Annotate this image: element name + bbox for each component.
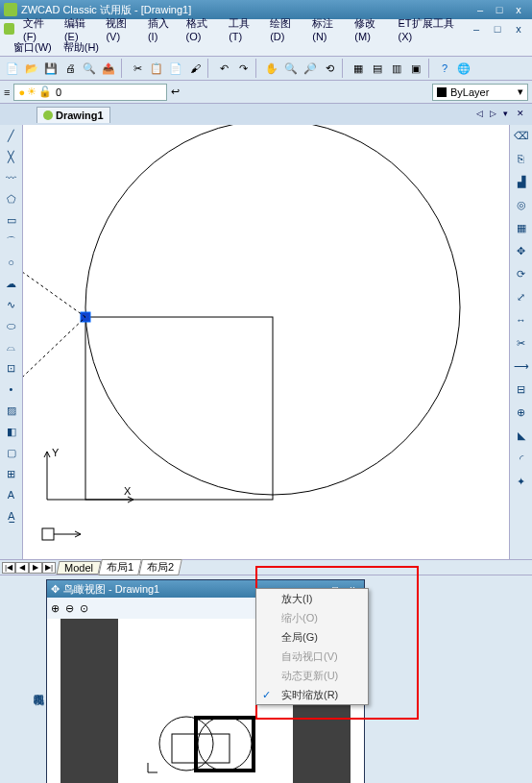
trim-icon[interactable]: ✂: [513, 334, 530, 352]
mirror-icon[interactable]: ▟: [513, 173, 530, 190]
chamfer-icon[interactable]: ◣: [513, 427, 530, 444]
zoom-win-icon[interactable]: 🔎: [302, 60, 319, 77]
undo-icon[interactable]: ↶: [215, 60, 232, 77]
tab-close-icon[interactable]: ✕: [517, 109, 528, 120]
paste-icon[interactable]: 📄: [167, 60, 184, 77]
move-icon[interactable]: ✥: [513, 242, 530, 259]
close-button[interactable]: x: [509, 3, 528, 16]
aerial-zoomout-icon[interactable]: ⊖: [65, 602, 74, 615]
redo-icon[interactable]: ↷: [234, 60, 252, 77]
spline-icon[interactable]: ∿: [3, 296, 20, 313]
sheet-first-icon[interactable]: |◀: [2, 562, 15, 574]
menu-window[interactable]: 窗口(W): [8, 38, 58, 57]
tab-prev-icon[interactable]: ◁: [476, 109, 488, 120]
print-icon[interactable]: 🖨: [61, 60, 79, 77]
match-icon[interactable]: 🖌: [186, 60, 204, 77]
aerial-zoomin-icon[interactable]: ⊕: [51, 602, 60, 615]
maximize-button[interactable]: □: [490, 3, 509, 16]
preview-icon[interactable]: 🔍: [81, 60, 98, 77]
circle-icon[interactable]: ○: [3, 254, 20, 271]
menu-format[interactable]: 格式(O): [181, 14, 225, 44]
aerial-global-icon[interactable]: ⊙: [80, 602, 88, 615]
doc-tab[interactable]: Drawing1: [36, 107, 110, 123]
ctx-rtzoom[interactable]: ✓实时缩放(R): [256, 685, 368, 704]
props-icon[interactable]: ▦: [350, 60, 367, 77]
gradient-icon[interactable]: ◧: [3, 423, 20, 440]
mdi-min-button[interactable]: –: [467, 22, 486, 36]
ctx-global[interactable]: 全局(G): [256, 627, 368, 647]
new-icon[interactable]: 📄: [4, 60, 21, 77]
open-icon[interactable]: 📂: [23, 60, 40, 77]
rotate-icon[interactable]: ⟳: [513, 265, 530, 282]
minimize-button[interactable]: –: [471, 3, 490, 16]
polygon-icon[interactable]: ⬠: [3, 190, 20, 208]
text-icon[interactable]: A̲: [3, 507, 20, 525]
copy-icon[interactable]: 📋: [148, 60, 165, 77]
xline-icon[interactable]: ╳: [3, 148, 20, 165]
mtext-icon[interactable]: A: [3, 486, 20, 503]
publish-icon[interactable]: 📤: [100, 60, 117, 77]
fillet-icon[interactable]: ◜: [513, 450, 530, 467]
menu-view[interactable]: 视图(V): [101, 14, 143, 44]
menu-draw[interactable]: 绘图(D): [265, 14, 307, 44]
tp-icon[interactable]: ▥: [388, 60, 405, 77]
menu-insert[interactable]: 插入(I): [143, 14, 181, 44]
dc-icon[interactable]: ▤: [369, 60, 386, 77]
menu-et[interactable]: ET扩展工具(X): [394, 14, 467, 44]
save-icon[interactable]: 💾: [42, 60, 60, 77]
block-icon[interactable]: ⊡: [3, 359, 20, 377]
point-icon[interactable]: •: [3, 380, 20, 398]
extend-icon[interactable]: ⟶: [513, 357, 530, 375]
globe-icon[interactable]: 🌐: [455, 60, 472, 77]
tab-list-icon[interactable]: ▾: [503, 109, 515, 120]
arc-icon[interactable]: ⌒: [3, 232, 20, 250]
offset-icon[interactable]: ◎: [513, 196, 530, 213]
sheet-next-icon[interactable]: ▶: [29, 562, 42, 574]
menu-dim[interactable]: 标注(N): [307, 14, 350, 44]
ctx-autoview[interactable]: 自动视口(V): [256, 647, 368, 666]
ellipse-arc-icon[interactable]: ⌓: [3, 338, 20, 355]
layer-prev-icon[interactable]: ↩: [171, 86, 180, 98]
region-icon[interactable]: ▢: [3, 444, 20, 461]
ellipse-icon[interactable]: ⬭: [3, 317, 20, 334]
stretch-icon[interactable]: ↔: [513, 311, 530, 329]
mdi-close-button[interactable]: x: [509, 22, 528, 36]
explode-icon[interactable]: ✦: [513, 473, 530, 490]
tab-layout1[interactable]: 布局1: [98, 559, 142, 575]
tab-next-icon[interactable]: ▷: [490, 109, 501, 120]
ctx-zoomin[interactable]: 放大(I): [256, 589, 368, 608]
color-dropdown[interactable]: ByLayer ▾: [432, 84, 528, 101]
pan-icon[interactable]: ✋: [263, 60, 280, 77]
layer-icon[interactable]: ≡: [4, 86, 10, 98]
zoom-prev-icon[interactable]: ⟲: [321, 60, 338, 77]
line-icon[interactable]: ╱: [3, 127, 20, 144]
drawing-canvas[interactable]: Y X: [23, 125, 509, 559]
rect-icon[interactable]: ▭: [3, 211, 20, 229]
hatch-icon[interactable]: ▨: [3, 402, 20, 419]
cut-icon[interactable]: ✂: [129, 60, 146, 77]
array-icon[interactable]: ▦: [513, 219, 530, 236]
menu-modify[interactable]: 修改(M): [350, 14, 393, 44]
ctx-dynupdate[interactable]: 动态更新(U): [256, 666, 368, 685]
standard-toolbar: 📄 📂 💾 🖨 🔍 📤 ✂ 📋 📄 🖌 ↶ ↷ ✋ 🔍 🔎 ⟲ ▦ ▤ ▥ ▣ …: [0, 56, 532, 81]
break-icon[interactable]: ⊟: [513, 380, 530, 398]
calc-icon[interactable]: ▣: [407, 60, 424, 77]
menu-help[interactable]: 帮助(H): [58, 38, 105, 57]
zoom-rt-icon[interactable]: 🔍: [282, 60, 300, 77]
tab-model[interactable]: Model: [57, 561, 102, 575]
erase-icon[interactable]: ⌫: [513, 127, 530, 144]
join-icon[interactable]: ⊕: [513, 404, 530, 421]
help-icon[interactable]: ?: [436, 60, 453, 77]
revcloud-icon[interactable]: ☁: [3, 275, 20, 292]
scale-icon[interactable]: ⤢: [513, 288, 530, 306]
mdi-max-button[interactable]: □: [488, 22, 507, 36]
table-icon[interactable]: ⊞: [3, 465, 20, 482]
layer-dropdown[interactable]: ●☀🔓0: [13, 84, 167, 101]
sheet-last-icon[interactable]: ▶|: [42, 562, 56, 574]
pline-icon[interactable]: 〰: [3, 169, 20, 186]
sheet-prev-icon[interactable]: ◀: [15, 562, 29, 574]
menu-tools[interactable]: 工具(T): [224, 14, 265, 44]
copy-obj-icon[interactable]: ⎘: [513, 150, 530, 167]
tab-layout2[interactable]: 布局2: [138, 559, 182, 575]
ctx-zoomout[interactable]: 缩小(O): [256, 608, 368, 627]
